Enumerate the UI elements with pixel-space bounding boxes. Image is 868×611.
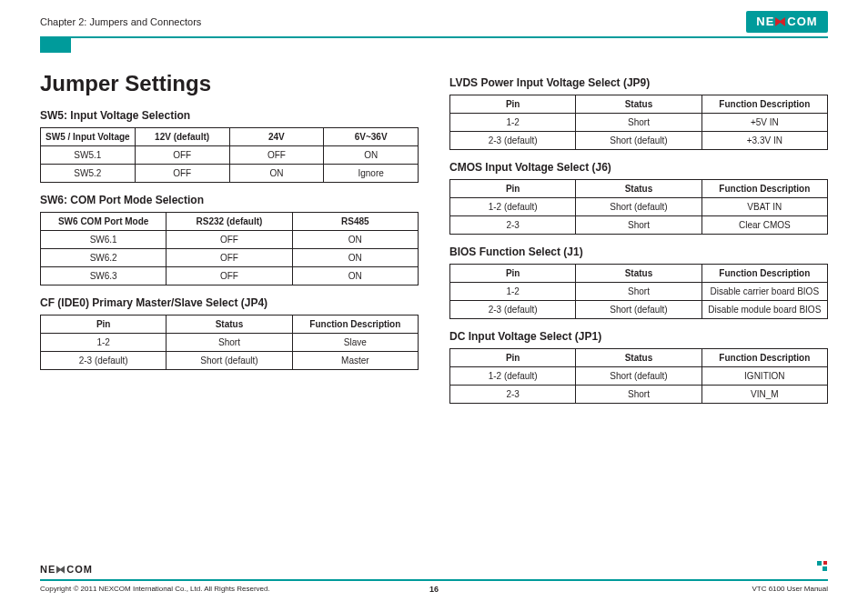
sw5-table: SW5 / Input Voltage 12V (default) 24V 6V… (40, 127, 419, 183)
cell: 2-3 (450, 386, 576, 404)
cell: SW5.2 (41, 165, 136, 183)
footer-row: Copyright © 2011 NEXCOM International Co… (40, 585, 828, 593)
jp4-table: Pin Status Function Description 1-2 Shor… (40, 315, 419, 370)
left-column: Jumper Settings SW5: Input Voltage Selec… (40, 71, 419, 547)
table-row: 1-2 Short Slave (41, 334, 419, 352)
cell: Short (576, 386, 701, 404)
cell: Short (167, 334, 292, 352)
col-header: Function Description (701, 265, 827, 283)
content-area: Jumper Settings SW5: Input Voltage Selec… (40, 71, 828, 547)
col-header: Status (576, 180, 701, 198)
jp1-table: Pin Status Function Description 1-2 (def… (449, 348, 828, 404)
col-header: Status (576, 265, 701, 283)
cell: SW6.1 (41, 231, 167, 249)
cell: IGNITION (701, 367, 827, 386)
cell: 1-2 (default) (450, 198, 576, 216)
sw6-heading: SW6: COM Port Mode Selection (40, 194, 419, 206)
col-header: SW5 / Input Voltage (41, 128, 136, 146)
cell: SW6.2 (41, 249, 167, 267)
cell: 1-2 (450, 114, 576, 132)
table-row: Pin Status Function Description (41, 316, 419, 334)
table-row: Pin Status Function Description (450, 180, 828, 198)
cell: ON (292, 231, 418, 249)
cell: Short (default) (576, 198, 701, 216)
table-row: 1-2 Short Disable carrier board BIOS (450, 283, 828, 301)
jp9-table: Pin Status Function Description 1-2 Shor… (449, 95, 828, 150)
col-header: Function Description (292, 316, 418, 334)
cell: Clear CMOS (701, 216, 827, 235)
table-row: SW6.2 OFF ON (41, 249, 419, 267)
cell: Short (576, 216, 701, 235)
jp1-heading: DC Input Voltage Select (JP1) (449, 330, 828, 343)
table-row: Pin Status Function Description (450, 349, 828, 367)
page-footer: NE⧓COM Copyright © 2011 NEXCOM Internati… (40, 564, 828, 593)
cell: OFF (167, 267, 292, 285)
cell: SW5.1 (41, 146, 136, 165)
jp4-heading: CF (IDE0) Primary Master/Slave Select (J… (40, 296, 419, 309)
col-header: Function Description (701, 95, 827, 114)
accent-block (40, 36, 71, 53)
cell: OFF (135, 165, 229, 183)
cell: 2-3 (default) (450, 301, 576, 319)
table-row: 1-2 Short +5V IN (450, 114, 828, 132)
cell: VIN_M (701, 386, 827, 404)
cell: OFF (167, 231, 292, 249)
sw6-table: SW6 COM Port Mode RS232 (default) RS485 … (40, 212, 419, 285)
cell: Ignore (324, 165, 419, 183)
table-row: 1-2 (default) Short (default) VBAT IN (450, 198, 828, 216)
cell: Disable module board BIOS (701, 301, 827, 319)
table-row: 2-3 (default) Short (default) Master (41, 352, 419, 370)
cell: OFF (167, 249, 292, 267)
j6-heading: CMOS Input Voltage Select (J6) (449, 161, 828, 174)
table-row: SW5.2 OFF ON Ignore (41, 165, 419, 183)
table-row: 2-3 (default) Short (default) +3.3V IN (450, 132, 828, 150)
chapter-label: Chapter 2: Jumpers and Connectors (40, 16, 828, 27)
page-number: 16 (429, 585, 439, 594)
sw5-heading: SW5: Input Voltage Selection (40, 109, 419, 122)
cell: Short (default) (576, 132, 701, 150)
cell: Short (576, 114, 701, 132)
copyright-text: Copyright © 2011 NEXCOM International Co… (40, 585, 270, 593)
col-header: Pin (41, 316, 167, 334)
col-header: Status (167, 316, 292, 334)
col-header: Status (576, 349, 701, 367)
cell: 1-2 (450, 283, 576, 301)
table-row: 2-3 Short Clear CMOS (450, 216, 828, 235)
cell: OFF (135, 146, 229, 165)
page-header: Chapter 2: Jumpers and Connectors NE⧓COM (40, 16, 828, 44)
cell: 2-3 (default) (450, 132, 576, 150)
cell: Slave (292, 334, 418, 352)
brand-logo-bottom: NE⧓COM (40, 564, 828, 576)
cell: 2-3 (450, 216, 576, 235)
cell: VBAT IN (701, 198, 827, 216)
table-row: 1-2 (default) Short (default) IGNITION (450, 367, 828, 386)
col-header: Status (576, 95, 701, 114)
table-row: SW6.1 OFF ON (41, 231, 419, 249)
cell: Short (default) (167, 352, 292, 370)
table-row: 2-3 Short VIN_M (450, 386, 828, 404)
col-header: 6V~36V (324, 128, 419, 146)
divider-bottom (40, 579, 828, 581)
col-header: Pin (450, 180, 576, 198)
table-row: SW5 / Input Voltage 12V (default) 24V 6V… (41, 128, 419, 146)
brand-logo-top: NE⧓COM (746, 11, 828, 33)
cell: OFF (229, 146, 324, 165)
divider-top (40, 36, 828, 38)
cell: +3.3V IN (701, 132, 827, 150)
cell: ON (229, 165, 324, 183)
right-column: LVDS Power Input Voltage Select (JP9) Pi… (449, 71, 828, 547)
col-header: Function Description (701, 349, 827, 367)
col-header: RS232 (default) (167, 213, 292, 231)
table-row: 2-3 (default) Short (default) Disable mo… (450, 301, 828, 319)
col-header: 12V (default) (135, 128, 229, 146)
cell: ON (324, 146, 419, 165)
cell: +5V IN (701, 114, 827, 132)
doc-title: VTC 6100 User Manual (752, 585, 828, 593)
col-header: SW6 COM Port Mode (41, 213, 167, 231)
j1-heading: BIOS Function Select (J1) (449, 245, 828, 258)
table-row: SW6.3 OFF ON (41, 267, 419, 285)
j1-table: Pin Status Function Description 1-2 Shor… (449, 264, 828, 319)
cell: 2-3 (default) (41, 352, 167, 370)
table-row: SW5.1 OFF OFF ON (41, 146, 419, 165)
j6-table: Pin Status Function Description 1-2 (def… (449, 179, 828, 235)
